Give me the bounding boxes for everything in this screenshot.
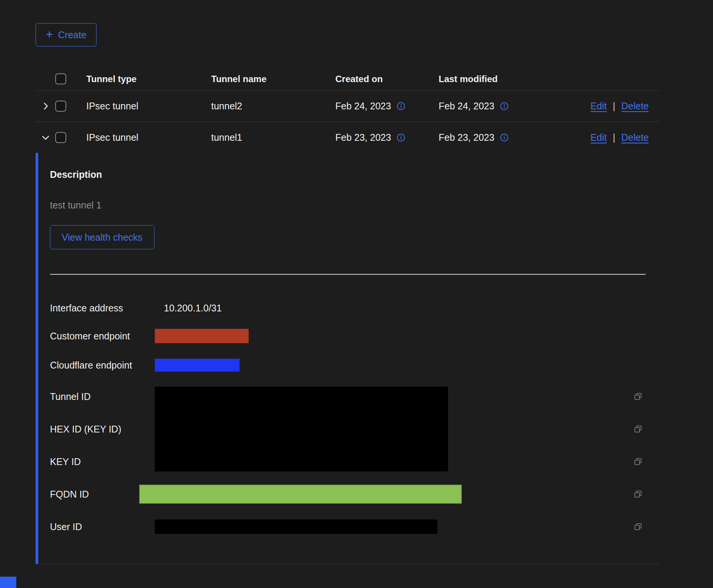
copy-icon[interactable]	[634, 522, 643, 531]
create-button-label: Create	[58, 30, 86, 40]
tunnel-type-cell: IPsec tunnel	[86, 132, 211, 143]
description-label: Description	[50, 169, 659, 180]
create-button[interactable]: + Create	[36, 23, 97, 47]
customer-endpoint-label: Customer endpoint	[50, 331, 155, 342]
edit-link[interactable]: Edit	[590, 101, 607, 112]
table-row: IPsec tunnel tunnel1 Feb 23, 2023 Feb 23…	[36, 122, 659, 153]
tunnels-page: + Create Tunnel type Tunnel name Created…	[0, 0, 713, 564]
plus-icon: +	[46, 28, 53, 40]
cloudflare-endpoint-redacted-value	[155, 359, 240, 372]
copy-icon[interactable]	[634, 457, 643, 466]
table-header: Tunnel type Tunnel name Created on Last …	[36, 67, 659, 91]
row-actions: Edit | Delete	[590, 101, 659, 112]
last-modified-value: Feb 24, 2023	[439, 101, 494, 112]
created-on-value: Feb 24, 2023	[335, 101, 391, 112]
row-checkbox[interactable]	[55, 101, 66, 112]
last-modified-cell: Feb 23, 2023	[439, 132, 548, 143]
header-last-modified: Last modified	[439, 74, 548, 84]
bottom-left-blue-strip	[0, 577, 16, 588]
expanded-row-details: Description test tunnel 1 View health ch…	[36, 153, 659, 564]
tunnel-id-label: Tunnel ID	[50, 391, 155, 402]
fqdn-id-redacted-value	[139, 485, 462, 504]
cloudflare-endpoint-label: Cloudflare endpoint	[50, 360, 155, 371]
created-on-cell: Feb 24, 2023	[335, 101, 439, 112]
info-icon[interactable]	[500, 133, 509, 142]
tunnel-detail-fields: Interface address 10.200.1.0/31 Customer…	[50, 294, 645, 543]
copy-icon[interactable]	[634, 490, 643, 499]
created-on-value: Feb 23, 2023	[335, 132, 391, 143]
section-divider	[50, 274, 646, 275]
info-icon[interactable]	[396, 133, 406, 142]
tunnel-name-cell: tunnel1	[211, 132, 335, 143]
delete-link[interactable]: Delete	[621, 101, 649, 112]
chevron-down-icon[interactable]	[40, 132, 51, 143]
edit-link[interactable]: Edit	[590, 132, 607, 143]
user-id-label: User ID	[50, 521, 155, 532]
select-all-checkbox[interactable]	[55, 73, 66, 84]
ids-redacted-value	[155, 387, 448, 471]
view-health-checks-button[interactable]: View health checks	[50, 225, 154, 249]
user-id-redacted-value	[155, 520, 437, 534]
copy-icon[interactable]	[634, 392, 643, 401]
interface-address-value: 10.200.1.0/31	[164, 303, 499, 314]
last-modified-cell: Feb 24, 2023	[439, 101, 548, 112]
copy-icon[interactable]	[634, 425, 643, 434]
created-on-cell: Feb 23, 2023	[335, 132, 439, 143]
interface-address-label: Interface address	[50, 303, 155, 314]
delete-link[interactable]: Delete	[621, 132, 649, 143]
row-checkbox[interactable]	[55, 132, 66, 143]
chevron-right-icon[interactable]	[40, 101, 51, 111]
key-id-label: KEY ID	[50, 456, 155, 467]
tunnels-table: Tunnel type Tunnel name Created on Last …	[36, 67, 659, 564]
header-tunnel-name: Tunnel name	[211, 74, 335, 84]
last-modified-value: Feb 23, 2023	[439, 132, 494, 143]
row-actions: Edit | Delete	[590, 132, 659, 143]
customer-endpoint-redacted-value	[155, 329, 249, 343]
info-icon[interactable]	[500, 101, 509, 111]
hex-id-label: HEX ID (KEY ID)	[50, 424, 155, 435]
tunnel-name-cell: tunnel2	[211, 101, 335, 112]
info-icon[interactable]	[396, 101, 406, 111]
actions-separator: |	[613, 132, 615, 143]
table-row: IPsec tunnel tunnel2 Feb 24, 2023 Feb 24…	[36, 91, 659, 122]
header-tunnel-type: Tunnel type	[86, 74, 211, 84]
actions-separator: |	[613, 101, 615, 112]
description-value: test tunnel 1	[50, 200, 659, 211]
header-created-on: Created on	[335, 74, 439, 84]
tunnel-type-cell: IPsec tunnel	[86, 101, 211, 112]
